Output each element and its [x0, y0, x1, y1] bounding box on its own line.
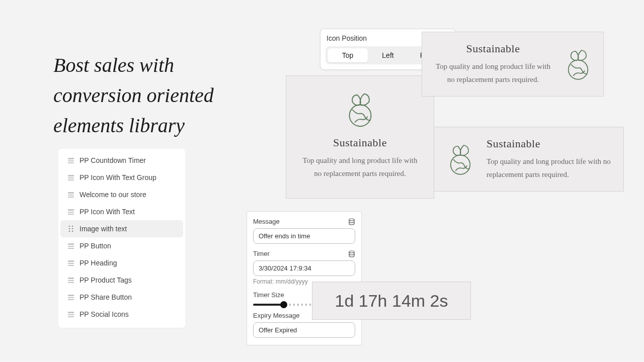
- element-list-label: PP Social Icons: [79, 310, 129, 318]
- element-list-item[interactable]: Welcome to our store: [60, 186, 183, 203]
- leaf-globe-icon: [344, 90, 377, 129]
- expiry-message-input[interactable]: [253, 322, 355, 338]
- elements-list-panel: PP Countdown TimerPP Icon With Text Grou…: [58, 149, 185, 328]
- preview-card-right: Sustainable Top quality and long product…: [422, 32, 604, 97]
- block-icon: [67, 259, 74, 266]
- timer-input[interactable]: [253, 260, 355, 276]
- element-list-label: PP Share Button: [79, 293, 132, 301]
- block-icon: [67, 174, 74, 181]
- block-icon: [67, 277, 74, 284]
- card-title: Sustainable: [487, 137, 612, 150]
- element-list-item[interactable]: PP Social Icons: [60, 306, 183, 323]
- timer-size-label: Timer Size: [253, 291, 284, 299]
- element-list-label: Image with text: [79, 225, 127, 233]
- preview-card-top: Sustainable Top quality and long product…: [286, 75, 434, 199]
- page-headline: Bost sales with conversion oriented elem…: [53, 50, 265, 141]
- preview-card-left: Sustainable Top quality and long product…: [434, 127, 624, 192]
- block-icon: [67, 191, 74, 198]
- element-list-item[interactable]: PP Share Button: [60, 289, 183, 306]
- element-list-label: PP Heading: [79, 259, 117, 267]
- element-list-item[interactable]: PP Heading: [60, 254, 183, 272]
- icon-position-option-top[interactable]: Top: [328, 48, 368, 62]
- leaf-globe-icon: [445, 142, 475, 177]
- countdown-value: 1d 17h 14m 2s: [335, 291, 448, 311]
- element-list-item[interactable]: PP Button: [60, 237, 183, 254]
- element-list-label: PP Icon With Text: [79, 208, 135, 216]
- leaf-globe-icon: [563, 47, 593, 82]
- element-list-item[interactable]: PP Icon With Text: [60, 203, 183, 220]
- countdown-display: 1d 17h 14m 2s: [312, 282, 471, 320]
- timer-label: Timer: [253, 250, 270, 257]
- block-icon: [67, 311, 74, 318]
- message-label: Message: [253, 218, 280, 225]
- element-list-label: PP Product Tags: [79, 276, 132, 284]
- card-body: Top quality and long product life with n…: [298, 154, 422, 180]
- block-icon: [67, 294, 74, 301]
- element-list-label: Welcome to our store: [79, 191, 146, 199]
- expiry-message-label: Expiry Message: [253, 312, 299, 319]
- timer-settings-panel: Message Timer Format: mm/dd/yyyy Timer S…: [247, 211, 362, 345]
- card-title: Sustainable: [298, 136, 422, 149]
- card-body: Top quality and long product life with n…: [487, 155, 612, 181]
- element-list-item[interactable]: Image with text: [60, 220, 183, 237]
- element-list-item[interactable]: PP Icon With Text Group: [60, 169, 183, 186]
- element-list-item[interactable]: PP Product Tags: [60, 272, 183, 289]
- message-input[interactable]: [253, 228, 355, 244]
- slider-thumb[interactable]: [280, 301, 287, 308]
- element-list-label: PP Icon With Text Group: [79, 173, 156, 182]
- block-icon: [67, 208, 74, 215]
- block-icon: [67, 157, 74, 164]
- database-icon[interactable]: [348, 250, 355, 257]
- icon-position-option-left[interactable]: Left: [368, 48, 408, 62]
- database-icon[interactable]: [348, 218, 355, 225]
- card-body: Top quality and long product life with n…: [432, 60, 554, 86]
- element-list-label: PP Button: [79, 242, 111, 250]
- element-list-item[interactable]: PP Countdown Timer: [60, 152, 183, 169]
- card-title: Sustainable: [432, 42, 554, 55]
- element-list-label: PP Countdown Timer: [79, 156, 146, 164]
- block-icon: [67, 242, 74, 249]
- drag-handle-icon: [67, 225, 74, 232]
